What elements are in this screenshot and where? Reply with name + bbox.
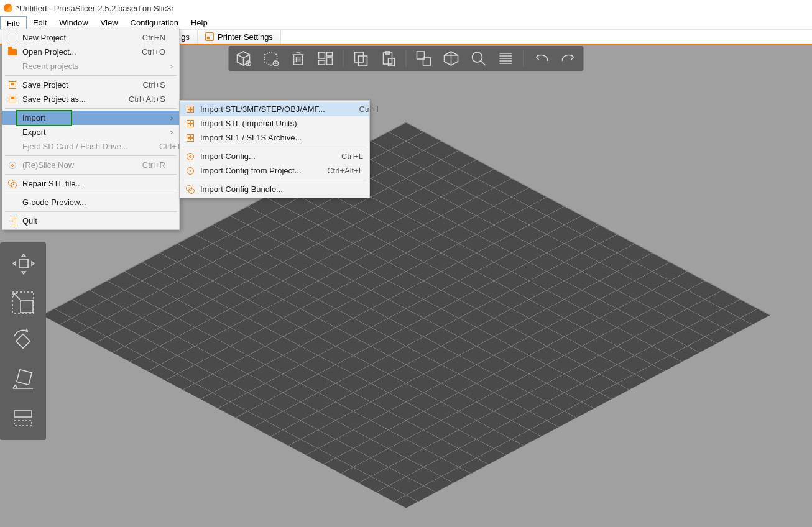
rotate-tool[interactable]: [6, 327, 40, 355]
paste-button[interactable]: [379, 48, 399, 68]
search-button[interactable]: [469, 48, 489, 68]
svg-rect-7: [359, 56, 367, 66]
svg-rect-3: [327, 52, 333, 56]
cut-tool[interactable]: [6, 404, 40, 433]
menu-new-project[interactable]: New ProjectCtrl+N: [2, 30, 179, 45]
redo-button[interactable]: [559, 48, 579, 68]
menu-import-sl1[interactable]: Import SL1 / SL1S Archive...: [180, 131, 369, 145]
menu-reslice[interactable]: (Re)Slice NowCtrl+R: [2, 158, 179, 172]
toolbar-separator-3: [524, 50, 524, 67]
tab-printer-label: Printer Settings: [218, 32, 273, 42]
repair-icon: [6, 179, 19, 189]
import-bundle-icon: [184, 185, 196, 195]
quit-icon: [6, 216, 19, 226]
menu-eject-sd[interactable]: Eject SD Card / Flash Drive...Ctrl+T: [2, 139, 179, 154]
window-title: *Untitled - PrusaSlicer-2.5.2 based on S…: [16, 4, 174, 13]
save-as-icon: [6, 94, 19, 104]
toolbar-separator-2: [406, 50, 407, 67]
scale-tool[interactable]: [6, 288, 40, 317]
menu-save-project[interactable]: Save ProjectCtrl+S: [2, 78, 179, 92]
variable-layer-button[interactable]: [496, 48, 516, 68]
menu-configuration[interactable]: Configuration: [124, 16, 185, 29]
place-on-face-tool[interactable]: [6, 365, 40, 394]
add-object-button[interactable]: [234, 48, 254, 68]
menu-file[interactable]: File: [0, 16, 27, 29]
import-config-project-icon: [184, 166, 196, 176]
svg-rect-5: [319, 60, 325, 65]
menu-save-project-as[interactable]: Save Project as...Ctrl+Alt+S: [2, 92, 179, 106]
menu-recent-projects[interactable]: Recent projects›: [2, 59, 179, 73]
tab-printer-settings[interactable]: Printer Settings: [198, 30, 281, 44]
menu-export[interactable]: Export›: [2, 125, 179, 139]
move-tool[interactable]: [6, 250, 40, 278]
svg-rect-20: [14, 421, 32, 426]
menu-import-stl-3mf[interactable]: Import STL/3MF/STEP/OBJ/AMF...Ctrl+I: [180, 102, 369, 116]
undo-button[interactable]: [532, 48, 551, 68]
import-add-icon: [184, 104, 196, 114]
new-file-icon: [6, 33, 19, 43]
save-icon: [6, 80, 19, 90]
tab-partial-label: gs: [181, 32, 190, 42]
file-menu-dropdown: New ProjectCtrl+N Open Project...Ctrl+O …: [2, 29, 180, 230]
copy-button[interactable]: [351, 48, 371, 68]
svg-rect-19: [14, 411, 32, 417]
menu-gcode-preview[interactable]: G-code Preview...: [2, 195, 179, 209]
import-submenu: Import STL/3MF/STEP/OBJ/AMF...Ctrl+I Imp…: [180, 100, 370, 198]
menu-import-config[interactable]: Import Config...Ctrl+L: [180, 149, 369, 163]
instance-add-button[interactable]: [414, 48, 434, 68]
menu-bar: File Edit Window View Configuration Help: [0, 16, 812, 30]
arrange-button[interactable]: [316, 48, 336, 68]
folder-open-icon: [6, 47, 19, 57]
reslice-icon: [6, 160, 19, 170]
menu-quit[interactable]: Quit: [2, 214, 179, 228]
svg-rect-17: [16, 334, 30, 349]
app-logo-icon: [4, 4, 12, 12]
delete-all-button[interactable]: [288, 48, 308, 68]
svg-rect-18: [17, 370, 32, 385]
import-add-icon-3: [184, 133, 196, 143]
svg-point-13: [473, 52, 482, 62]
menu-open-project[interactable]: Open Project...Ctrl+O: [2, 45, 179, 59]
svg-rect-6: [355, 52, 364, 62]
import-add-icon-2: [184, 119, 196, 129]
menu-help[interactable]: Help: [185, 16, 214, 29]
top-toolbar: [229, 46, 584, 71]
printer-settings-icon: [205, 32, 214, 41]
menu-import[interactable]: Import›: [2, 111, 179, 125]
import-config-icon: [184, 152, 196, 162]
split-button[interactable]: [441, 48, 461, 68]
menu-view[interactable]: View: [95, 16, 124, 29]
menu-import-stl-imperial[interactable]: Import STL (Imperial Units): [180, 116, 369, 131]
menu-import-config-bundle[interactable]: Import Config Bundle...: [180, 182, 369, 196]
menu-repair-stl[interactable]: Repair STL file...: [2, 176, 179, 191]
svg-rect-14: [19, 259, 28, 268]
side-toolbar: [0, 242, 46, 440]
svg-rect-4: [327, 58, 333, 65]
svg-rect-15: [21, 300, 33, 313]
delete-object-button[interactable]: [261, 48, 281, 68]
menu-import-config-from-project[interactable]: Import Config from Project...Ctrl+Alt+L: [180, 163, 369, 178]
svg-rect-2: [319, 52, 325, 58]
menu-window[interactable]: Window: [53, 16, 94, 29]
menu-edit[interactable]: Edit: [27, 16, 53, 29]
svg-rect-10: [389, 58, 395, 66]
toolbar-separator: [343, 50, 344, 67]
title-bar: *Untitled - PrusaSlicer-2.5.2 based on S…: [0, 0, 812, 16]
